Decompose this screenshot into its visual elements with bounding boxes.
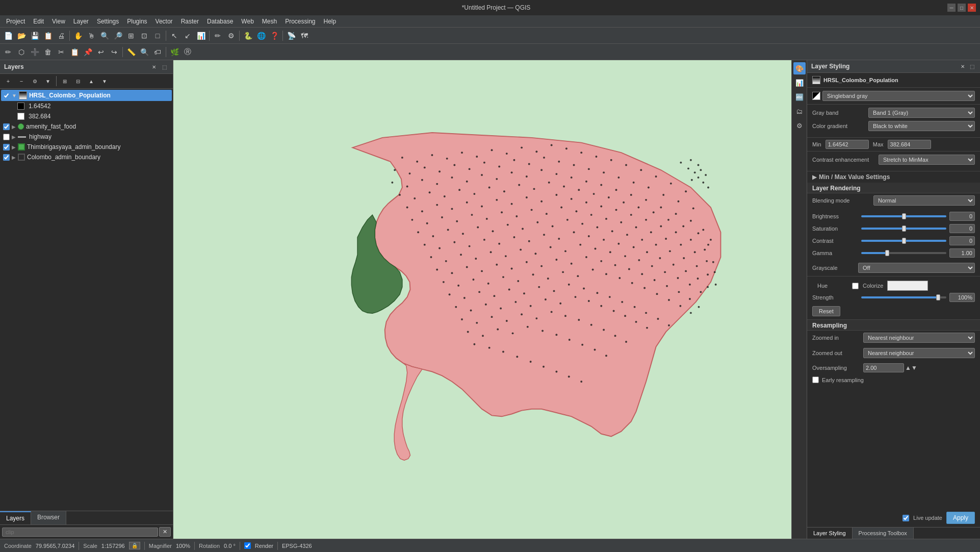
search-clear-button[interactable]: ✕ <box>159 527 171 537</box>
layer-checkbox-hrsl[interactable] <box>3 92 10 99</box>
gray-band-select[interactable]: Band 1 (Gray) <box>868 108 975 118</box>
layer-checkbox-colombo[interactable] <box>3 154 10 161</box>
zoom-in-tool[interactable]: 🔍 <box>98 30 111 42</box>
layer-item-hrsl[interactable]: ▼ HRSL_Colombo_Population <box>1 90 172 101</box>
grass-btn[interactable]: 🌿 <box>168 46 180 58</box>
undo-tool[interactable]: ↩ <box>95 46 107 58</box>
zoom-selected-tool[interactable]: ⊡ <box>138 30 150 42</box>
settings-button[interactable]: ⚙ <box>225 30 237 42</box>
zoom-out-tool[interactable]: 🔎 <box>112 30 124 42</box>
grayscale-select[interactable]: Off <box>858 263 975 273</box>
colorize-checkbox[interactable] <box>852 283 859 289</box>
add-layer-btn[interactable]: + <box>2 75 14 87</box>
styling-icon-4[interactable]: 🗂 <box>793 105 806 117</box>
menu-vector[interactable]: Vector <box>151 17 177 26</box>
deselect-tool[interactable]: ↙ <box>182 30 194 42</box>
copy-tool[interactable]: 📋 <box>68 46 81 58</box>
menu-settings[interactable]: Settings <box>93 17 123 26</box>
attribute-table-button[interactable]: 📊 <box>195 30 207 42</box>
layer-item-amenity[interactable]: ▶ amenity_fast_food <box>1 121 172 132</box>
right-tab-processing[interactable]: Processing Toolbox <box>853 528 914 539</box>
styling-icon-active[interactable]: 🎨 <box>793 62 806 74</box>
colorize-color-box[interactable] <box>887 281 928 291</box>
menu-database[interactable]: Database <box>203 17 237 26</box>
tab-browser[interactable]: Browser <box>31 511 66 524</box>
menu-help[interactable]: Help <box>320 17 341 26</box>
menu-edit[interactable]: Edit <box>29 17 48 26</box>
close-button[interactable]: ✕ <box>968 4 976 12</box>
menu-layer[interactable]: Layer <box>69 17 93 26</box>
layer-item-thimb[interactable]: ▶ Thimbirigasyaya_admin_boundary <box>1 142 172 152</box>
menu-plugins[interactable]: Plugins <box>123 17 151 26</box>
label-tool[interactable]: 🏷 <box>151 46 164 58</box>
cut-tool[interactable]: ✂ <box>55 46 67 58</box>
render-checkbox[interactable] <box>244 542 251 549</box>
search-input[interactable] <box>2 528 158 537</box>
styling-icon-5[interactable]: ⚙ <box>793 119 806 132</box>
filter-layer-btn[interactable]: ▼ <box>42 75 54 87</box>
styling-icon-2[interactable]: 📊 <box>793 77 806 89</box>
right-panel-close[interactable]: ✕ <box>959 62 967 70</box>
globe-button[interactable]: 🌐 <box>255 30 267 42</box>
ruler-tool[interactable]: 📏 <box>125 46 137 58</box>
save-as-button[interactable]: 📋 <box>42 30 54 42</box>
paste-tool[interactable]: 📌 <box>82 46 94 58</box>
lock-scale-btn[interactable]: 🔒 <box>129 542 140 549</box>
zoomed-out-select[interactable]: Nearest neighbour <box>863 348 975 358</box>
oversampling-up[interactable]: ▲ <box>905 364 911 371</box>
restore-button[interactable]: □ <box>958 4 966 12</box>
minmax-settings-row[interactable]: ▶ Min / Max Value Settings <box>807 171 980 183</box>
python-button[interactable]: 🐍 <box>242 30 254 42</box>
save-button[interactable]: 💾 <box>29 30 41 42</box>
zoom-tool2[interactable]: 🔍 <box>138 46 150 58</box>
early-resampling-checkbox[interactable] <box>812 377 819 383</box>
r-btn[interactable]: Ⓡ <box>182 46 194 58</box>
menu-view[interactable]: View <box>48 17 69 26</box>
expand-all-btn[interactable]: ⊞ <box>59 75 71 87</box>
gamma-input[interactable] <box>949 248 975 258</box>
open-button[interactable]: 📂 <box>15 30 28 42</box>
blending-select[interactable]: Normal <box>873 195 975 206</box>
menu-mesh[interactable]: Mesh <box>258 17 281 26</box>
min-input[interactable] <box>826 140 869 149</box>
zoom-layer-tool[interactable]: □ <box>151 30 164 42</box>
styling-icon-3[interactable]: 🔤 <box>793 91 806 103</box>
strength-slider[interactable] <box>861 296 946 298</box>
reset-button[interactable]: Reset <box>812 306 840 316</box>
select-tool[interactable]: ↖ <box>168 30 180 42</box>
tab-layers[interactable]: Layers <box>0 511 31 524</box>
print-button[interactable]: 🖨 <box>55 30 67 42</box>
apply-button[interactable]: Apply <box>946 512 975 524</box>
minimize-button[interactable]: ─ <box>947 4 956 12</box>
layer-item-colombo[interactable]: ▶ Colombo_admin_boundary <box>1 152 172 162</box>
renderer-select[interactable]: Singleband gray <box>822 91 975 101</box>
identify-tool[interactable]: 🖱 <box>85 30 97 42</box>
edit-tool2[interactable]: ✏ <box>2 46 14 58</box>
edit-btn2[interactable]: 🗺 <box>298 30 311 42</box>
layer-checkbox-thimb[interactable] <box>3 144 10 150</box>
color-gradient-select[interactable]: Black to white <box>868 121 975 131</box>
menu-processing[interactable]: Processing <box>281 17 319 26</box>
oversampling-down[interactable]: ▼ <box>911 364 917 371</box>
layer-item-highway[interactable]: ▶ highway <box>1 132 172 142</box>
layer-checkbox-highway[interactable] <box>3 134 10 140</box>
right-tab-styling[interactable]: Layer Styling <box>807 528 853 539</box>
live-update-checkbox[interactable] <box>902 515 909 521</box>
float-layers-button[interactable]: ⬚ <box>160 62 169 71</box>
saturation-input[interactable] <box>949 224 975 233</box>
strength-input[interactable] <box>949 293 975 302</box>
layer-expand-hrsl[interactable]: ▼ <box>12 93 17 98</box>
oversampling-input[interactable] <box>863 363 904 372</box>
menu-project[interactable]: Project <box>2 17 29 26</box>
new-project-button[interactable]: 📄 <box>2 30 14 42</box>
contrast2-slider[interactable] <box>861 240 946 242</box>
node-tool[interactable]: ⬡ <box>15 46 28 58</box>
digitize-button[interactable]: ✏ <box>212 30 224 42</box>
contrast2-input[interactable] <box>949 236 975 245</box>
help-button[interactable]: ❓ <box>268 30 280 42</box>
add-tool[interactable]: ➕ <box>29 46 41 58</box>
remove-layer-btn[interactable]: − <box>15 75 28 87</box>
redo-tool[interactable]: ↪ <box>108 46 120 58</box>
brightness-input[interactable] <box>949 212 975 221</box>
brightness-slider[interactable] <box>861 215 946 217</box>
